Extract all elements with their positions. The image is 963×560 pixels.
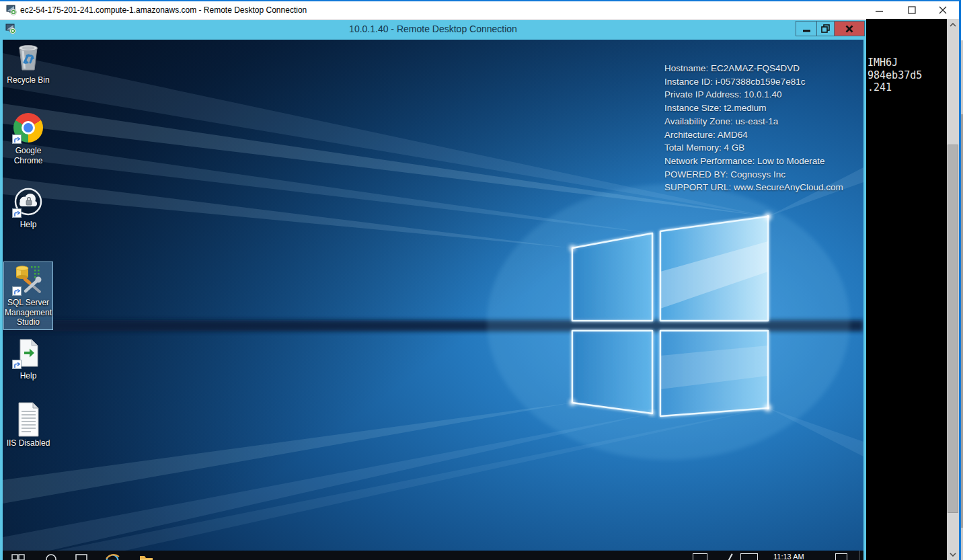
taskbar: 11:13 AM [3,551,863,560]
inner-minimize-button[interactable] [796,22,816,36]
outer-window-title: ec2-54-175-201-241.compute-1.amazonaws.c… [20,1,307,19]
inner-rdp-window: 10.0.1.40 - Remote Desktop Connection [0,19,866,560]
outer-close-button[interactable] [932,1,954,19]
screen: ec2-54-175-201-241.compute-1.amazonaws.c… [0,0,963,560]
pen-tray-icon[interactable] [728,553,732,560]
desktop-icon-label: SQL Server Management Studio [4,298,52,327]
desktop-icon-label: Help [3,371,54,381]
rdp-connection-icon [6,5,17,15]
outer-minimize-button[interactable] [869,1,890,19]
outer-remote-desktop: 10.0.1.40 - Remote Desktop Connection [0,19,947,560]
show-desktop-divider[interactable] [859,551,860,560]
desktop-icon-sql-server-management-studio[interactable]: SQL Server Management Studio [3,262,53,330]
instance-info-block: Hostname: EC2AMAZ-FQS4DVD Instance ID: i… [664,62,843,194]
restore-icon [821,24,830,33]
chevron-down-icon [950,553,956,557]
inner-window-title: 10.0.1.40 - Remote Desktop Connection [0,20,866,38]
minimize-icon [802,25,811,33]
taskbar-clock[interactable]: 11:13 AM [773,553,804,560]
file-explorer-icon[interactable] [139,553,153,560]
info-fragment: 984eb37d5 [868,69,922,82]
info-line: Total Memory: 4 GB [664,141,843,155]
recycle-bin-icon [13,42,43,72]
info-line: Private IP Address: 10.0.1.40 [664,88,843,102]
internet-explorer-icon[interactable] [105,553,120,560]
desktop-icon-label: Help [3,220,54,230]
inner-rdp-titlebar[interactable]: 10.0.1.40 - Remote Desktop Connection [0,20,866,38]
info-line: Availability Zone: us-east-1a [664,115,843,128]
inner-window-controls [796,21,865,36]
scroll-down-button[interactable] [947,549,959,560]
shortcut-arrow-icon [12,286,22,296]
desktop-icon-help-cloud[interactable]: Help [3,187,54,230]
minimize-icon [876,6,884,14]
vertical-scrollbar[interactable] [947,19,959,560]
info-line: Instance ID: i-057388cb159e7e81c [664,75,843,89]
close-icon [939,6,947,14]
info-fragment: .241 [868,81,922,94]
text-file-icon [13,402,43,437]
outer-rdp-titlebar: ec2-54-175-201-241.compute-1.amazonaws.c… [0,0,959,19]
tray-app-icon[interactable] [740,553,758,560]
desktop-icon-help-doc[interactable]: Help [3,338,54,381]
info-line: Hostname: EC2AMAZ-FQS4DVD [664,62,843,75]
desktop-icon-recycle-bin[interactable]: Recycle Bin [3,42,54,85]
windows-desktop: Hostname: EC2AMAZ-FQS4DVD Instance ID: i… [3,40,863,560]
desktop-icon-label: Google Chrome [3,146,54,165]
search-icon[interactable] [44,553,59,560]
info-fragment: IMH6J [868,56,922,69]
inner-close-button[interactable] [834,22,864,36]
start-button-icon[interactable] [11,553,26,560]
info-line: SUPPORT URL: www.SecureAnyCloud.com [664,181,843,194]
maximize-icon [908,6,916,14]
shortcut-arrow-icon [12,360,22,369]
info-line: Instance Size: t2.medium [664,102,843,115]
outer-desktop-info-text: IMH6J 984eb37d5 .241 [868,56,922,94]
shortcut-arrow-icon [12,134,22,144]
action-center-icon[interactable] [835,553,847,560]
info-line: Network Performance: Low to Moderate [664,155,843,168]
scroll-up-button[interactable] [947,19,959,30]
outer-maximize-button[interactable] [901,1,923,19]
info-line: Architecture: AMD64 [664,128,843,142]
desktop-icon-label: Recycle Bin [3,75,54,85]
close-icon [845,25,853,33]
inner-restore-button[interactable] [816,22,834,36]
info-line: POWERED BY: Cognosys Inc [664,168,843,182]
desktop-icon-iis-disabled[interactable]: IIS Disabled [3,402,54,448]
desktop-icon-google-chrome[interactable]: Google Chrome [3,113,54,165]
tray-app-icon[interactable] [693,553,707,560]
chevron-up-icon [950,23,956,27]
task-view-icon[interactable] [74,553,89,560]
scrollbar-thumb[interactable] [948,145,958,513]
shortcut-arrow-icon [12,208,22,218]
desktop-icon-label: IIS Disabled [3,438,54,448]
